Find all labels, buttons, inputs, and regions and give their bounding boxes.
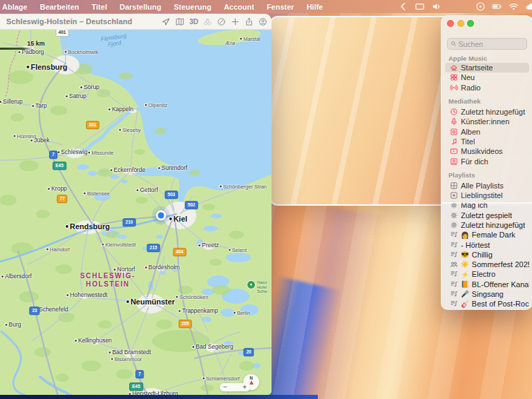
close-button[interactable] <box>447 20 454 27</box>
sidebar-section-apple-music: Apple Music <box>441 55 532 63</box>
notes-icon <box>450 251 458 259</box>
menu-item-titel[interactable]: Titel <box>86 3 113 11</box>
sidebar-item-zuletzt-hinzugef-gt[interactable]: Zuletzt hinzugefügt <box>445 107 529 117</box>
radio-icon <box>450 84 458 92</box>
person-icon <box>450 157 458 166</box>
map-toolbar-button[interactable] <box>175 17 184 26</box>
maps-titlebar[interactable]: Schleswig-Holstein – Deutschland 3D <box>0 14 272 30</box>
sidebar-item-k-nstler-innen[interactable]: Künstler:innen <box>445 117 529 126</box>
sidebar-item-radio[interactable]: Radio <box>445 83 529 93</box>
notes-icon <box>450 231 458 239</box>
map-terrain <box>0 29 272 395</box>
sidebar-item-female-dark[interactable]: 👩Female Dark <box>445 230 529 240</box>
home-icon <box>450 64 458 72</box>
sidebar-item-label: Zuletzt gespielt <box>461 211 512 220</box>
sidebar-item-neu[interactable]: Neu <box>445 72 529 82</box>
sidebar-item-best-of-post-rock[interactable]: 🎸Best of Post-Rock! <box>445 299 529 309</box>
minimize-button[interactable] <box>457 20 464 27</box>
search-input[interactable]: Suchen <box>447 38 527 50</box>
menu-item-steuerung[interactable]: Steuerung <box>167 3 217 11</box>
star-square-icon <box>450 191 458 200</box>
grid3-icon <box>450 182 458 190</box>
compass-needle <box>249 380 254 385</box>
zoom-control: − + <box>220 383 250 391</box>
sidebar-item-f-r-dich[interactable]: Für dich <box>445 156 529 166</box>
playlist-emoji: 😎 <box>461 251 469 258</box>
sidebar-item-startseite[interactable]: Startseite <box>445 63 529 72</box>
sidebar-item-musikvideos[interactable]: Musikvideos <box>445 146 529 156</box>
sidebar-section-mediathek: Mediathek <box>441 97 532 106</box>
sidebar-item-titel[interactable]: Titel <box>445 137 529 146</box>
music-sidebar-window: Suchen Apple MusicStartseiteNeuRadioMedi… <box>441 15 532 310</box>
note-icon <box>450 137 458 146</box>
account-toolbar-button[interactable] <box>258 17 267 26</box>
notes-icon <box>450 241 458 249</box>
gear-icon <box>450 221 458 229</box>
sidebar-item-lieblingstitel[interactable]: Lieblingstitel <box>445 191 529 200</box>
sidebar-item-mag-ich[interactable]: Mag ich <box>445 200 529 210</box>
playlist-emoji: 👩 <box>461 232 469 239</box>
video-icon <box>450 147 458 155</box>
menu-item-hilfe[interactable]: Hilfe <box>301 3 330 11</box>
map-scale-bar <box>0 48 32 50</box>
wifi-icon[interactable] <box>509 1 519 12</box>
sidebar-item-label: Musikvideos <box>461 147 503 155</box>
sidebar-item-cut-off[interactable] <box>445 309 529 310</box>
zoom-button[interactable] <box>467 20 474 27</box>
sidebar-item-label: Alben <box>461 128 480 136</box>
chevron-left-icon[interactable] <box>398 1 408 12</box>
menu-item-account[interactable]: Account <box>218 3 260 11</box>
menu-status-icons <box>398 1 532 12</box>
sidebar-item-label: Mag ich <box>461 201 488 209</box>
sidebar-item-label: Zuletzt hinzugefügt <box>461 221 525 229</box>
cloud-icon[interactable] <box>525 1 532 12</box>
sidebar-item-zuletzt-hinzugef-gt[interactable]: Zuletzt hinzugefügt <box>445 220 529 230</box>
display-icon[interactable] <box>415 1 425 12</box>
sidebar-item-singsang[interactable]: 🎤Singsang <box>445 289 529 299</box>
sidebar-section-playlists: Playlists <box>441 171 532 179</box>
plus-toolbar-button[interactable] <box>231 17 240 26</box>
sidebar-sections: Apple MusicStartseiteNeuRadioMediathekZu… <box>441 55 532 310</box>
menu-item-bearbeiten[interactable]: Bearbeiten <box>34 3 86 11</box>
playlist-emoji: 🎤 <box>461 291 469 298</box>
sidebar-item-label: Zuletzt hinzugefügt <box>461 108 525 116</box>
sidebar-item-label: Chillig <box>472 251 493 259</box>
sidebar-item-alben[interactable]: Alben <box>445 126 529 136</box>
notes-icon <box>450 290 458 298</box>
dial-toolbar-button[interactable] <box>217 17 226 26</box>
sidebar-item-label: Titel <box>461 137 475 146</box>
sidebar-item-sommerfest-2025[interactable]: ☀️Sommerfest 2025 <box>445 260 529 269</box>
zoom-out-button[interactable]: − <box>223 384 227 391</box>
binoculars-toolbar-button[interactable] <box>203 17 212 26</box>
zoom-in-button[interactable]: + <box>243 384 247 391</box>
playlist-emoji: ☀️ <box>461 261 469 268</box>
menu-item-fenster[interactable]: Fenster <box>260 3 301 11</box>
playlist-emoji: ⚡ <box>461 271 469 278</box>
search-placeholder: Suchen <box>459 40 484 48</box>
sidebar-item-h-rtest[interactable]: - Hörtest <box>445 240 529 249</box>
share-toolbar-button[interactable] <box>245 17 254 26</box>
locate-toolbar-button[interactable] <box>162 17 171 26</box>
volume-icon[interactable] <box>431 1 441 12</box>
sidebar-item-zuletzt-gespielt[interactable]: Zuletzt gespielt <box>445 211 529 220</box>
sidebar-item-chillig[interactable]: 😎Chillig <box>445 250 529 260</box>
clock-icon <box>450 108 458 116</box>
menu-item-darstellung[interactable]: Darstellung <box>113 3 168 11</box>
sidebar-item-electro[interactable]: ⚡Electro <box>445 269 529 279</box>
menu-item-ablage[interactable]: Ablage <box>0 3 34 11</box>
sidebar-item-alle-playlists[interactable]: Alle Playlists <box>445 181 529 191</box>
sidebar-item-bl-offener-kanal-tour[interactable]: 📙BL-Offener Kanal Tour <box>445 280 529 289</box>
playlist-emoji: 📙 <box>461 281 469 288</box>
maps-toolbar: 3D <box>162 14 267 29</box>
sidebar-item-label: Startseite <box>461 64 493 72</box>
album-icon <box>450 128 458 136</box>
sidebar-item-label: Female Dark <box>472 231 515 239</box>
3d-toolbar-button[interactable]: 3D <box>189 17 198 26</box>
map-canvas[interactable]: FlensburgKielRendsburgNeumünsterPadborgB… <box>0 29 272 395</box>
notes-icon <box>450 270 458 278</box>
sidebar-item-label: Radio <box>461 84 481 92</box>
play-circle-icon[interactable] <box>475 1 486 12</box>
grid-icon <box>450 73 458 81</box>
battery-icon[interactable] <box>492 1 502 12</box>
sidebar-item-label: Alle Playlists <box>461 182 504 190</box>
